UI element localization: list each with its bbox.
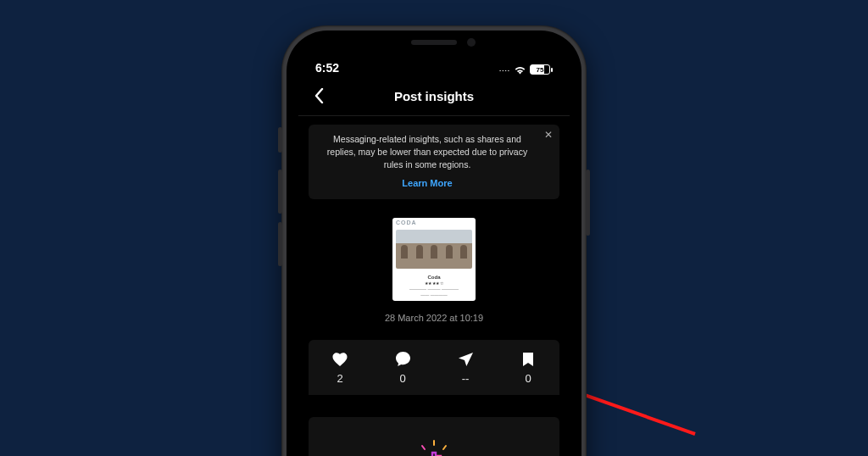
metric-likes: 2 bbox=[309, 352, 371, 385]
banner-text: Messaging-related insights, such as shar… bbox=[327, 134, 527, 170]
battery-level: 75 bbox=[530, 64, 550, 75]
metric-row: 2 0 -- bbox=[309, 340, 559, 395]
phone-frame: 6:52 .... 75 Post insights bbox=[281, 25, 587, 456]
svg-line-2 bbox=[443, 446, 446, 449]
share-icon bbox=[458, 352, 473, 367]
wifi-icon bbox=[514, 65, 526, 75]
heart-icon bbox=[332, 352, 348, 367]
likes-count: 2 bbox=[337, 372, 342, 385]
metric-shares: -- bbox=[434, 352, 497, 385]
mute-switch bbox=[278, 127, 282, 153]
page-title: Post insights bbox=[298, 89, 570, 103]
post-timestamp: 28 March 2022 at 10:19 bbox=[298, 313, 570, 323]
comments-count: 0 bbox=[399, 372, 405, 385]
metric-saves: 0 bbox=[497, 352, 559, 385]
bookmark-icon bbox=[520, 352, 536, 367]
back-button[interactable] bbox=[307, 84, 331, 108]
no-insights-card: No insights available bbox=[309, 417, 559, 456]
learn-more-link[interactable]: Learn More bbox=[320, 177, 534, 191]
nav-header: Post insights bbox=[298, 78, 570, 114]
notch bbox=[362, 31, 506, 54]
front-camera bbox=[467, 38, 476, 47]
comment-icon bbox=[395, 352, 410, 367]
power-button bbox=[586, 170, 590, 236]
battery-indicator: 75 bbox=[530, 64, 553, 75]
metric-comments: 0 bbox=[371, 352, 434, 385]
header-divider bbox=[298, 115, 570, 116]
post-thumbnail[interactable]: CODA Coda ★★★★☆ ———— ——— ———— —— ———— bbox=[392, 218, 476, 301]
status-time: 6:52 bbox=[315, 61, 339, 75]
thumbnail-title: CODA bbox=[396, 220, 417, 225]
volume-up-button bbox=[278, 170, 282, 214]
close-icon[interactable]: ✕ bbox=[544, 130, 553, 140]
volume-down-button bbox=[278, 222, 282, 266]
cellular-signal-icon: .... bbox=[499, 66, 510, 73]
insights-spark-icon bbox=[415, 439, 453, 456]
saves-count: 0 bbox=[525, 372, 531, 385]
screen: 6:52 .... 75 Post insights bbox=[298, 42, 570, 456]
svg-line-8 bbox=[422, 446, 425, 449]
shares-count: -- bbox=[462, 372, 470, 385]
speaker-grille bbox=[411, 40, 457, 45]
insights-info-banner: ✕ Messaging-related insights, such as sh… bbox=[309, 125, 559, 199]
